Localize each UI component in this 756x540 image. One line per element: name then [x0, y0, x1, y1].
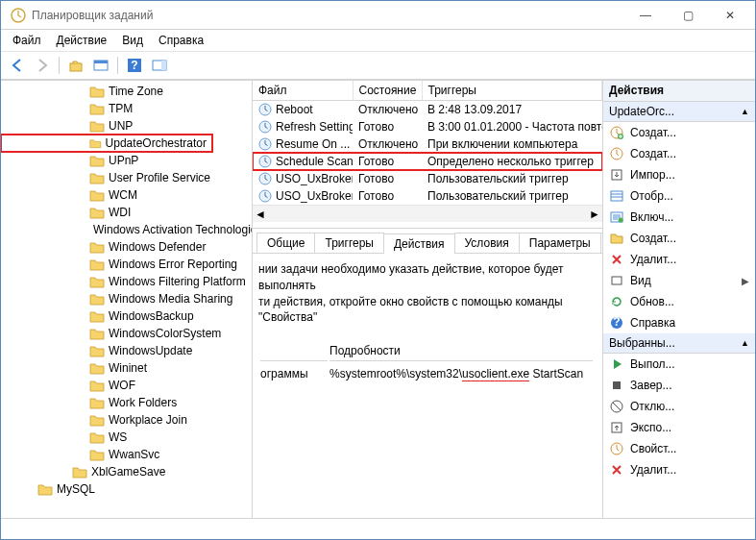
tab-conditions[interactable]: Условия [454, 233, 520, 253]
action-export[interactable]: Экспо... [603, 417, 755, 438]
tree-item[interactable]: User Profile Service [1, 169, 252, 186]
tree-item-label: Wininet [109, 361, 147, 375]
task-row[interactable]: Schedule ScanГотовоОпределено несколько … [253, 153, 602, 170]
tab-general[interactable]: Общие [256, 233, 315, 253]
minimize-button[interactable]: — [624, 2, 667, 29]
tree-item[interactable]: WCM [1, 186, 252, 204]
action-props[interactable]: Свойст... [603, 438, 755, 459]
task-row[interactable]: Resume On ...ОтключеноПри включении комп… [253, 135, 602, 153]
tree-item[interactable]: Windows Filtering Platform [1, 273, 252, 290]
tab-actions[interactable]: Действия [383, 233, 455, 254]
task-row[interactable]: USO_UxBrokerГотовоПользовательский тригг… [253, 187, 602, 205]
tree-item[interactable]: WindowsBackup [1, 307, 252, 325]
tree-item[interactable]: TPM [1, 100, 252, 117]
tree-item-label: WindowsBackup [109, 309, 194, 323]
tree-item-label: MySQL [57, 482, 95, 496]
tree-item[interactable]: Time Zone [1, 83, 252, 100]
action-view[interactable]: Вид▶ [603, 270, 755, 291]
tree-item[interactable]: Windows Error Reporting [1, 256, 252, 273]
window-title: Планировщик заданий [32, 9, 624, 22]
up-button[interactable] [65, 55, 86, 76]
tree-item-label: WDI [109, 206, 131, 219]
tree-item[interactable]: Windows Media Sharing [1, 290, 252, 307]
tree-item[interactable]: UpdateOrchestrator [1, 135, 212, 152]
tree-item[interactable]: WindowsColorSystem [1, 325, 252, 342]
action-run[interactable]: Выпол... [603, 354, 755, 375]
close-button[interactable]: ✕ [709, 2, 751, 29]
svg-rect-21 [612, 277, 622, 284]
maximize-button[interactable]: ▢ [667, 2, 709, 29]
action-row[interactable]: ограммы %systemroot%\system32\usoclient.… [260, 363, 593, 383]
menu-action[interactable]: Действие [49, 32, 115, 49]
action-new-folder[interactable]: Создат... [603, 228, 755, 249]
tree-item[interactable]: WindowsUpdate [1, 342, 252, 359]
new-folder-icon [609, 231, 624, 246]
mid-pane: Файл Состояние Триггеры RebootОтключеноВ… [253, 81, 603, 518]
forward-button[interactable] [32, 55, 53, 76]
tab-log[interactable]: Журнал [600, 233, 602, 253]
props-icon [609, 441, 624, 456]
actions-pane: Действия UpdateOrc...▲Создат...Создат...… [603, 81, 755, 518]
statusbar [1, 518, 755, 539]
tree-item[interactable]: WOF [1, 377, 252, 394]
action-delete[interactable]: Удалит... [603, 459, 755, 480]
task-list[interactable]: Файл Состояние Триггеры RebootОтключеноВ… [253, 81, 602, 229]
task-row[interactable]: USO_UxBrokerГотовоПользовательский тригг… [253, 170, 602, 187]
action-import[interactable]: Импор... [603, 164, 755, 185]
svg-rect-3 [94, 61, 108, 63]
tree-item[interactable]: XblGameSave [1, 463, 252, 480]
action-new-task[interactable]: Создат... [603, 122, 755, 143]
new-task-basic-icon [609, 146, 624, 161]
hscrollbar[interactable]: ◄► [253, 205, 602, 222]
menubar: Файл Действие Вид Справка [1, 30, 755, 51]
task-row[interactable]: Refresh SettingsГотовоВ 3:00 01.01.2000 … [253, 118, 602, 135]
toggle-pane-button[interactable] [90, 55, 111, 76]
tree-item[interactable]: WDI [1, 204, 252, 221]
col-state[interactable]: Состояние [353, 81, 422, 101]
tree-item[interactable]: UPnP [1, 152, 252, 169]
export-icon [609, 420, 624, 435]
tree-item-label: Work Folders [109, 396, 177, 409]
tree-item[interactable]: Wininet [1, 359, 252, 377]
tab-settings[interactable]: Параметры [519, 233, 601, 253]
action-show-all[interactable]: Отобр... [603, 185, 755, 207]
action-disable[interactable]: Отклю... [603, 396, 755, 417]
col-triggers[interactable]: Триггеры [422, 81, 602, 101]
tree-item[interactable]: MySQL [1, 480, 252, 498]
action-enable-log[interactable]: Включ... [603, 207, 755, 228]
action-new-task-basic[interactable]: Создат... [603, 143, 755, 164]
help-button[interactable]: ? [124, 55, 145, 76]
tree-item[interactable]: Work Folders [1, 394, 252, 411]
action-section-header[interactable]: UpdateOrc...▲ [603, 102, 755, 122]
menu-view[interactable]: Вид [114, 32, 151, 49]
toggle-actions-button[interactable] [149, 55, 170, 76]
tree-item-label: UPnP [109, 154, 138, 167]
tree-item-label: Workplace Join [109, 413, 187, 427]
tree-item[interactable]: Windows Activation Technologies [1, 221, 252, 238]
tree-item[interactable]: WwanSvc [1, 446, 252, 463]
tree-item-label: WCM [109, 188, 137, 202]
task-row[interactable]: RebootОтключеноВ 2:48 13.09.2017 [253, 101, 602, 119]
tree-item-label: UpdateOrchestrator [106, 136, 207, 150]
tree-item[interactable]: Windows Defender [1, 238, 252, 256]
col-file[interactable]: Файл [253, 81, 353, 101]
content: Time ZoneTPMUNPUpdateOrchestratorUPnPUse… [1, 80, 755, 518]
menu-help[interactable]: Справка [151, 32, 211, 49]
svg-text:?: ? [131, 59, 137, 72]
tree-item-label: User Profile Service [109, 171, 210, 184]
tab-triggers[interactable]: Триггеры [314, 233, 384, 253]
tree-item[interactable]: Workplace Join [1, 411, 252, 429]
menu-file[interactable]: Файл [5, 32, 49, 49]
end-icon [609, 378, 624, 393]
highlighted-exe: usoclient.exe [462, 367, 529, 381]
action-help[interactable]: ?Справка [603, 312, 755, 333]
svg-rect-24 [613, 381, 621, 389]
action-section-header[interactable]: Выбранны...▲ [603, 333, 755, 354]
tree-pane[interactable]: Time ZoneTPMUNPUpdateOrchestratorUPnPUse… [1, 81, 253, 518]
tree-item[interactable]: UNP [1, 117, 252, 135]
action-refresh[interactable]: Обнов... [603, 291, 755, 312]
action-delete[interactable]: Удалит... [603, 249, 755, 270]
tree-item[interactable]: WS [1, 429, 252, 446]
action-end[interactable]: Завер... [603, 375, 755, 396]
back-button[interactable] [7, 55, 28, 76]
